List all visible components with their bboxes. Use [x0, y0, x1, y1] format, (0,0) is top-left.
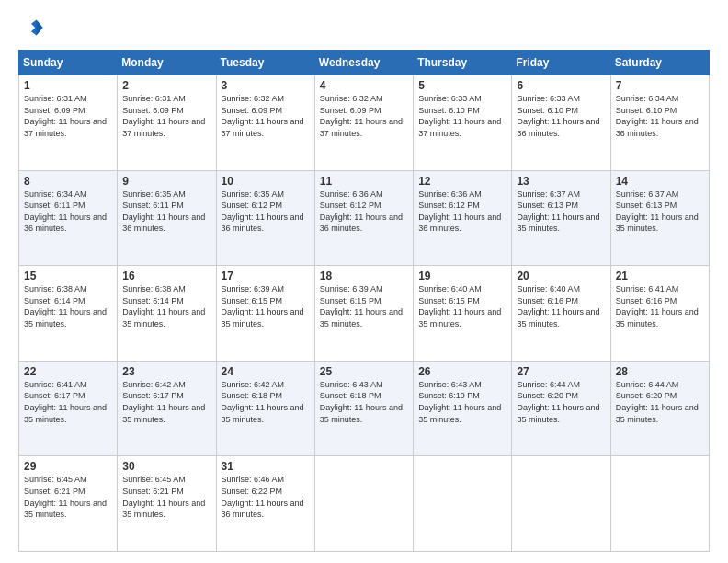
day-number: 25 — [320, 365, 408, 378]
day-info: Sunrise: 6:44 AMSunset: 6:20 PMDaylight:… — [517, 380, 599, 424]
day-info: Sunrise: 6:41 AMSunset: 6:17 PMDaylight:… — [24, 380, 107, 424]
page: SundayMondayTuesdayWednesdayThursdayFrid… — [0, 0, 728, 563]
day-number: 24 — [222, 365, 310, 378]
day-number: 16 — [122, 270, 210, 282]
day-info: Sunrise: 6:43 AMSunset: 6:18 PMDaylight:… — [320, 380, 403, 424]
calendar-cell: 29 Sunrise: 6:45 AMSunset: 6:21 PMDaylig… — [19, 456, 118, 552]
day-info: Sunrise: 6:39 AMSunset: 6:15 PMDaylight:… — [320, 284, 403, 328]
week-row-5: 29 Sunrise: 6:45 AMSunset: 6:21 PMDaylig… — [19, 456, 710, 552]
calendar-cell: 8 Sunrise: 6:34 AMSunset: 6:11 PMDayligh… — [19, 170, 118, 266]
calendar-cell: 6 Sunrise: 6:33 AMSunset: 6:10 PMDayligh… — [512, 75, 610, 171]
day-info: Sunrise: 6:45 AMSunset: 6:21 PMDaylight:… — [24, 475, 107, 519]
day-info: Sunrise: 6:39 AMSunset: 6:15 PMDaylight:… — [222, 284, 304, 328]
day-info: Sunrise: 6:44 AMSunset: 6:20 PMDaylight:… — [616, 380, 699, 424]
header — [18, 15, 710, 40]
day-number: 12 — [418, 175, 506, 188]
day-info: Sunrise: 6:31 AMSunset: 6:09 PMDaylight:… — [122, 94, 205, 138]
day-number: 9 — [122, 175, 210, 188]
day-number: 28 — [616, 365, 704, 378]
calendar-cell: 14 Sunrise: 6:37 AMSunset: 6:13 PMDaylig… — [610, 170, 709, 266]
logo — [18, 15, 48, 40]
day-number: 8 — [24, 175, 112, 188]
day-info: Sunrise: 6:31 AMSunset: 6:09 PMDaylight:… — [24, 94, 107, 138]
calendar-cell: 24 Sunrise: 6:42 AMSunset: 6:18 PMDaylig… — [216, 361, 314, 456]
day-header-monday: Monday — [118, 51, 216, 75]
day-number: 15 — [24, 270, 112, 282]
day-number: 30 — [122, 460, 210, 473]
day-info: Sunrise: 6:36 AMSunset: 6:12 PMDaylight:… — [320, 190, 403, 234]
day-info: Sunrise: 6:40 AMSunset: 6:15 PMDaylight:… — [418, 284, 501, 328]
day-info: Sunrise: 6:38 AMSunset: 6:14 PMDaylight:… — [122, 284, 205, 328]
calendar-cell: 17 Sunrise: 6:39 AMSunset: 6:15 PMDaylig… — [216, 266, 314, 362]
calendar: SundayMondayTuesdayWednesdayThursdayFrid… — [18, 50, 710, 552]
day-number: 2 — [122, 79, 210, 92]
calendar-cell: 5 Sunrise: 6:33 AMSunset: 6:10 PMDayligh… — [414, 75, 512, 171]
calendar-cell: 22 Sunrise: 6:41 AMSunset: 6:17 PMDaylig… — [19, 361, 118, 456]
day-number: 20 — [517, 270, 605, 282]
calendar-cell: 15 Sunrise: 6:38 AMSunset: 6:14 PMDaylig… — [19, 266, 118, 362]
week-row-3: 15 Sunrise: 6:38 AMSunset: 6:14 PMDaylig… — [19, 266, 710, 362]
day-number: 23 — [122, 365, 210, 378]
svg-marker-1 — [37, 20, 43, 36]
day-header-thursday: Thursday — [414, 51, 512, 75]
day-header-tuesday: Tuesday — [216, 51, 314, 75]
calendar-cell: 25 Sunrise: 6:43 AMSunset: 6:18 PMDaylig… — [314, 361, 413, 456]
week-row-4: 22 Sunrise: 6:41 AMSunset: 6:17 PMDaylig… — [19, 361, 710, 456]
calendar-cell: 2 Sunrise: 6:31 AMSunset: 6:09 PMDayligh… — [118, 75, 216, 171]
logo-icon — [18, 15, 44, 40]
day-info: Sunrise: 6:38 AMSunset: 6:14 PMDaylight:… — [24, 284, 107, 328]
calendar-cell: 30 Sunrise: 6:45 AMSunset: 6:21 PMDaylig… — [118, 456, 216, 552]
day-info: Sunrise: 6:46 AMSunset: 6:22 PMDaylight:… — [222, 475, 304, 519]
day-number: 21 — [616, 270, 704, 282]
day-info: Sunrise: 6:32 AMSunset: 6:09 PMDaylight:… — [222, 94, 304, 138]
day-number: 31 — [222, 460, 310, 473]
calendar-cell: 20 Sunrise: 6:40 AMSunset: 6:16 PMDaylig… — [512, 266, 610, 362]
day-number: 13 — [517, 175, 605, 188]
day-info: Sunrise: 6:34 AMSunset: 6:10 PMDaylight:… — [616, 94, 699, 138]
day-number: 26 — [418, 365, 506, 378]
week-row-1: 1 Sunrise: 6:31 AMSunset: 6:09 PMDayligh… — [19, 75, 710, 171]
calendar-cell: 28 Sunrise: 6:44 AMSunset: 6:20 PMDaylig… — [610, 361, 709, 456]
day-number: 19 — [418, 270, 506, 282]
day-number: 29 — [24, 460, 112, 473]
calendar-cell: 16 Sunrise: 6:38 AMSunset: 6:14 PMDaylig… — [118, 266, 216, 362]
calendar-cell: 27 Sunrise: 6:44 AMSunset: 6:20 PMDaylig… — [512, 361, 610, 456]
calendar-cell: 21 Sunrise: 6:41 AMSunset: 6:16 PMDaylig… — [610, 266, 709, 362]
day-number: 10 — [222, 175, 310, 188]
day-info: Sunrise: 6:37 AMSunset: 6:13 PMDaylight:… — [616, 190, 699, 234]
day-number: 14 — [616, 175, 704, 188]
calendar-cell: 13 Sunrise: 6:37 AMSunset: 6:13 PMDaylig… — [512, 170, 610, 266]
day-info: Sunrise: 6:34 AMSunset: 6:11 PMDaylight:… — [24, 190, 107, 234]
calendar-cell: 18 Sunrise: 6:39 AMSunset: 6:15 PMDaylig… — [314, 266, 413, 362]
calendar-cell: 4 Sunrise: 6:32 AMSunset: 6:09 PMDayligh… — [314, 75, 413, 171]
day-number: 3 — [222, 79, 310, 92]
day-header-sunday: Sunday — [19, 51, 118, 75]
calendar-cell: 11 Sunrise: 6:36 AMSunset: 6:12 PMDaylig… — [314, 170, 413, 266]
day-number: 5 — [418, 79, 506, 92]
calendar-cell: 1 Sunrise: 6:31 AMSunset: 6:09 PMDayligh… — [19, 75, 118, 171]
day-number: 1 — [24, 79, 112, 92]
day-number: 18 — [320, 270, 408, 282]
day-number: 17 — [222, 270, 310, 282]
calendar-cell — [512, 456, 610, 552]
day-header-saturday: Saturday — [610, 51, 709, 75]
calendar-cell — [314, 456, 413, 552]
day-info: Sunrise: 6:42 AMSunset: 6:17 PMDaylight:… — [122, 380, 205, 424]
day-info: Sunrise: 6:32 AMSunset: 6:09 PMDaylight:… — [320, 94, 403, 138]
calendar-cell: 31 Sunrise: 6:46 AMSunset: 6:22 PMDaylig… — [216, 456, 314, 552]
calendar-cell: 26 Sunrise: 6:43 AMSunset: 6:19 PMDaylig… — [414, 361, 512, 456]
day-info: Sunrise: 6:35 AMSunset: 6:11 PMDaylight:… — [122, 190, 205, 234]
day-info: Sunrise: 6:45 AMSunset: 6:21 PMDaylight:… — [122, 475, 205, 519]
day-info: Sunrise: 6:36 AMSunset: 6:12 PMDaylight:… — [418, 190, 501, 234]
calendar-cell: 10 Sunrise: 6:35 AMSunset: 6:12 PMDaylig… — [216, 170, 314, 266]
day-info: Sunrise: 6:42 AMSunset: 6:18 PMDaylight:… — [222, 380, 304, 424]
calendar-cell: 3 Sunrise: 6:32 AMSunset: 6:09 PMDayligh… — [216, 75, 314, 171]
calendar-cell: 12 Sunrise: 6:36 AMSunset: 6:12 PMDaylig… — [414, 170, 512, 266]
calendar-cell: 7 Sunrise: 6:34 AMSunset: 6:10 PMDayligh… — [610, 75, 709, 171]
day-info: Sunrise: 6:37 AMSunset: 6:13 PMDaylight:… — [517, 190, 599, 234]
calendar-cell: 19 Sunrise: 6:40 AMSunset: 6:15 PMDaylig… — [414, 266, 512, 362]
calendar-cell: 9 Sunrise: 6:35 AMSunset: 6:11 PMDayligh… — [118, 170, 216, 266]
day-number: 27 — [517, 365, 605, 378]
day-number: 22 — [24, 365, 112, 378]
day-header-friday: Friday — [512, 51, 610, 75]
